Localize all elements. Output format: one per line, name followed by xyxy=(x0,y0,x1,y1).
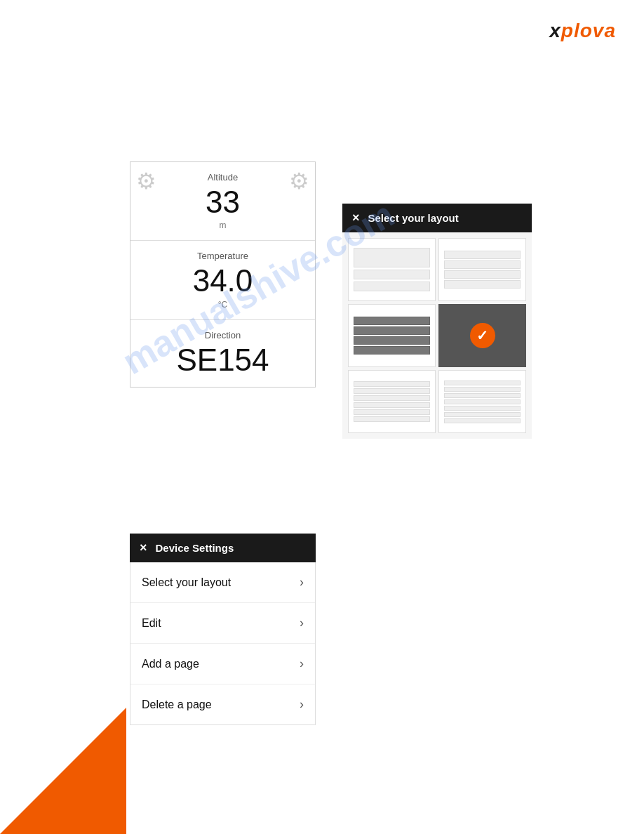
settings-item-edit[interactable]: Edit › xyxy=(130,603,315,644)
chevron-icon-layout: › xyxy=(300,575,304,590)
bottom-triangle-decoration xyxy=(0,708,126,834)
altitude-value: 33 xyxy=(142,185,304,219)
direction-row: Direction SE154 xyxy=(130,320,315,387)
layout-grid: ✓ xyxy=(342,232,532,439)
layout-panel: × Select your layout xyxy=(342,204,532,439)
layout-option-5[interactable] xyxy=(348,370,436,433)
settings-item-delete-page-label: Delete a page xyxy=(142,699,212,711)
selected-check-badge: ✓ xyxy=(470,323,495,348)
logo-plova: plova xyxy=(561,20,616,41)
layout-option-3[interactable] xyxy=(348,304,436,367)
chevron-icon-delete-page: › xyxy=(300,697,304,712)
settings-item-delete-page[interactable]: Delete a page › xyxy=(130,684,315,724)
layout-option-2[interactable] xyxy=(438,238,526,301)
settings-item-layout[interactable]: Select your layout › xyxy=(130,562,315,603)
temperature-label: Temperature xyxy=(142,251,304,261)
chevron-icon-edit: › xyxy=(300,616,304,630)
direction-label: Direction xyxy=(142,330,304,340)
settings-item-add-page-label: Add a page xyxy=(142,658,199,670)
gear-right-icon: ⚙ xyxy=(289,168,309,194)
temperature-value: 34.0 xyxy=(142,264,304,298)
settings-panel-title: Device Settings xyxy=(156,542,234,554)
settings-panel-header: × Device Settings xyxy=(130,534,316,562)
header: xplova xyxy=(549,20,616,42)
temperature-row: Temperature 34.0 °C xyxy=(130,241,315,319)
layout-panel-header: × Select your layout xyxy=(342,204,532,232)
logo: xplova xyxy=(549,20,616,41)
layout-close-button[interactable]: × xyxy=(352,211,360,225)
settings-close-button[interactable]: × xyxy=(140,541,147,555)
settings-panel: × Device Settings Select your layout › E… xyxy=(130,534,316,725)
chevron-icon-add-page: › xyxy=(300,656,304,671)
altitude-row: Altitude 33 m xyxy=(130,162,315,241)
logo-x: x xyxy=(549,20,561,41)
layout-option-6[interactable] xyxy=(438,370,526,433)
temperature-unit: °C xyxy=(142,300,304,310)
settings-menu: Select your layout › Edit › Add a page ›… xyxy=(130,562,316,725)
gear-left-icon: ⚙ xyxy=(136,168,156,194)
altitude-unit: m xyxy=(142,220,304,230)
settings-item-edit-label: Edit xyxy=(142,617,161,630)
layout-panel-title: Select your layout xyxy=(368,212,459,224)
direction-value: SE154 xyxy=(142,343,304,377)
layout-option-4-selected[interactable]: ✓ xyxy=(438,304,526,367)
device-card: ⚙ ⚙ Altitude 33 m Temperature 34.0 °C Di… xyxy=(130,161,316,388)
altitude-label: Altitude xyxy=(142,172,304,183)
settings-item-add-page[interactable]: Add a page › xyxy=(130,644,315,684)
layout-option-1[interactable] xyxy=(348,238,436,301)
settings-item-layout-label: Select your layout xyxy=(142,576,231,589)
